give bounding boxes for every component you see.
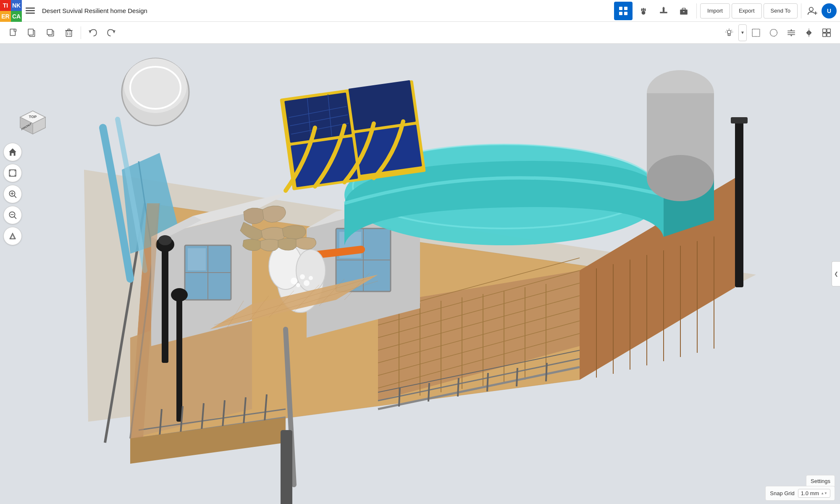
logo-i: NK (11, 0, 22, 11)
menu-button[interactable] (22, 0, 39, 22)
svg-point-17 (809, 7, 813, 11)
delete-button[interactable] (60, 24, 77, 41)
import-button[interactable]: Import (700, 3, 730, 18)
right-panel-collapse-button[interactable]: ❮ (832, 261, 840, 286)
svg-rect-40 (752, 29, 760, 37)
svg-rect-0 (26, 8, 35, 9)
svg-rect-52 (823, 33, 826, 36)
svg-point-9 (641, 8, 643, 11)
separator (696, 3, 697, 18)
export-button[interactable]: Export (732, 3, 762, 18)
topbar: TI NK ER CA Desert Suvival Resilient hom… (0, 0, 840, 22)
snap-grid-control[interactable]: 1.0 mm ▲▼ (798, 489, 830, 498)
svg-rect-3 (619, 7, 622, 10)
add-user-button[interactable] (805, 3, 820, 18)
svg-line-161 (428, 383, 429, 402)
light-dropdown[interactable]: ▼ (738, 24, 747, 41)
svg-point-120 (158, 235, 172, 245)
svg-marker-32 (113, 30, 116, 33)
view-controls (3, 94, 22, 245)
duplicate-button[interactable] (42, 24, 59, 41)
svg-rect-15 (682, 8, 685, 10)
project-title[interactable]: Desert Suvival Resilient home Design (42, 7, 614, 14)
svg-line-38 (726, 30, 727, 30)
svg-line-180 (14, 196, 16, 198)
fit-view-button[interactable] (3, 164, 22, 182)
svg-point-129 (291, 278, 297, 284)
snap-grid-label: Snap Grid (770, 490, 795, 496)
svg-line-184 (14, 217, 16, 219)
hand-tool-button[interactable] (634, 2, 653, 20)
svg-rect-50 (823, 29, 826, 32)
svg-marker-45 (790, 29, 792, 30)
svg-rect-51 (827, 29, 830, 32)
align-button[interactable] (783, 24, 800, 41)
svg-line-165 (546, 363, 547, 381)
svg-rect-5 (619, 12, 622, 15)
group-button[interactable] (818, 24, 835, 41)
snap-grid-value: 1.0 mm (801, 490, 819, 496)
new-button[interactable] (5, 24, 22, 41)
snap-grid-arrows: ▲▼ (821, 491, 827, 495)
svg-rect-173 (11, 153, 13, 156)
top-right-tools: Import Export Send To U (614, 2, 837, 20)
svg-rect-96 (188, 248, 206, 270)
svg-line-162 (458, 378, 459, 396)
circle-select-button[interactable] (765, 24, 782, 41)
settings-panel[interactable]: Settings (806, 475, 835, 487)
toolbar: ▼ (0, 22, 840, 44)
svg-point-33 (727, 30, 731, 34)
svg-rect-26 (66, 31, 71, 36)
svg-point-10 (642, 11, 646, 15)
svg-marker-13 (662, 7, 665, 8)
svg-rect-135 (735, 119, 743, 287)
3d-viewport[interactable] (0, 44, 840, 504)
perspective-button[interactable] (3, 227, 22, 245)
svg-rect-16 (683, 11, 685, 12)
collapse-icon: ❮ (834, 271, 838, 277)
logo-n: ER (0, 11, 11, 22)
svg-line-160 (399, 388, 400, 407)
svg-rect-21 (14, 29, 16, 32)
svg-point-7 (643, 8, 644, 11)
svg-rect-4 (624, 7, 627, 10)
svg-point-130 (300, 274, 305, 279)
tinkercad-logo[interactable]: TI NK ER CA (0, 0, 22, 22)
send-to-button[interactable]: Send To (764, 3, 798, 18)
svg-point-41 (770, 29, 777, 36)
zoom-out-button[interactable] (3, 206, 22, 224)
svg-point-133 (309, 276, 313, 280)
mirror-button[interactable] (801, 24, 817, 41)
svg-point-125 (647, 155, 714, 201)
svg-rect-25 (47, 29, 52, 34)
svg-rect-118 (162, 245, 168, 363)
rect-select-button[interactable] (748, 24, 764, 41)
grid-view-button[interactable] (614, 2, 633, 20)
svg-rect-11 (660, 12, 667, 13)
home-view-button[interactable] (3, 143, 22, 161)
svg-rect-6 (624, 12, 627, 15)
logo-k: CA (11, 11, 22, 22)
build-button[interactable] (654, 2, 673, 20)
svg-marker-46 (790, 35, 792, 36)
svg-line-36 (732, 30, 732, 30)
svg-rect-107 (349, 80, 416, 131)
svg-point-8 (645, 8, 646, 11)
svg-point-132 (304, 280, 310, 286)
briefcase-button[interactable] (675, 2, 693, 20)
svg-marker-49 (809, 30, 811, 35)
separator2 (801, 3, 801, 18)
3d-canvas[interactable]: TOP FRONT (0, 44, 840, 504)
svg-point-128 (296, 249, 326, 291)
zoom-in-button[interactable] (3, 185, 22, 203)
user-avatar[interactable]: U (822, 3, 837, 18)
undo-button[interactable] (84, 24, 101, 41)
svg-rect-53 (827, 33, 830, 36)
redo-button[interactable] (103, 24, 120, 41)
copy-button[interactable] (24, 24, 40, 41)
light-button[interactable] (721, 24, 738, 41)
svg-line-163 (487, 373, 488, 391)
svg-rect-2 (26, 13, 35, 14)
svg-rect-121 (176, 296, 182, 422)
svg-marker-48 (806, 30, 808, 35)
